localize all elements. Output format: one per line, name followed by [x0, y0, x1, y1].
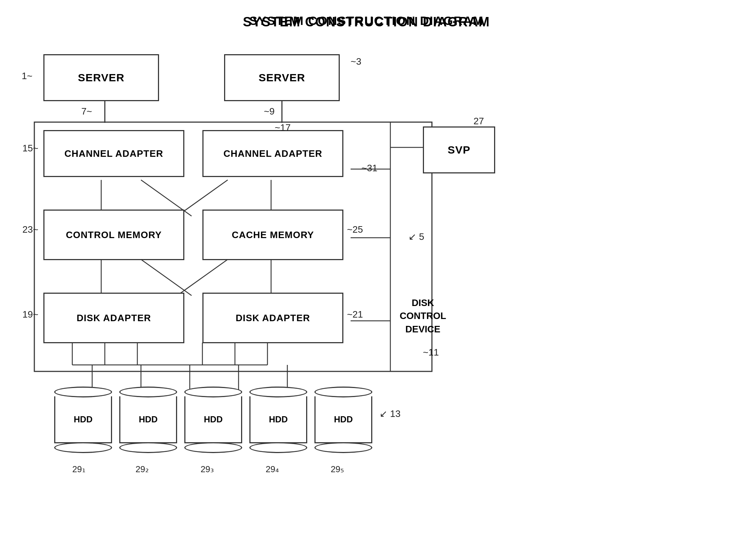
ref-13: ↙ 13 [380, 408, 400, 419]
ref-3: ~3 [351, 56, 361, 67]
ref-23: 23~ [22, 224, 38, 235]
server2-label: SERVER [259, 72, 305, 84]
channel-adapter1-label: CHANNEL ADAPTER [64, 148, 163, 159]
ref-21: ~21 [347, 309, 363, 320]
disk-adapter2-box: DISK ADAPTER [202, 293, 343, 343]
channel-adapter2-label: CHANNEL ADAPTER [223, 148, 322, 159]
ref-7: 7~ [81, 106, 92, 117]
ref-27: 27 [473, 116, 484, 127]
svp-label: SVP [447, 144, 470, 156]
server1-label: SERVER [78, 72, 125, 84]
hdd1-label: HDD [74, 414, 93, 425]
server1-box: SERVER [43, 54, 159, 101]
control-memory-label: CONTROL MEMORY [66, 229, 162, 241]
svg-line-8 [141, 259, 192, 296]
hdd4: HDD [249, 387, 307, 453]
ref-29-3: 29₃ [201, 464, 214, 474]
ref-29-2: 29₂ [136, 464, 149, 474]
ref-19: 19~ [22, 309, 38, 320]
hdd2-label: HDD [139, 414, 158, 425]
ref-31: ~31 [361, 163, 377, 174]
channel-adapter2-box: CHANNEL ADAPTER [202, 130, 343, 177]
ref-29-4: 29₄ [266, 464, 279, 474]
channel-adapter1-box: CHANNEL ADAPTER [43, 130, 184, 177]
disk-adapter2-label: DISK ADAPTER [236, 313, 310, 324]
control-memory-box: CONTROL MEMORY [43, 210, 184, 260]
ref-29-1: 29₁ [72, 464, 86, 474]
ref-29-5: 29₅ [331, 464, 344, 474]
page-title-text: SYSTEM CONSTRUCTION DIAGRAM [0, 14, 733, 28]
hdd3-label: HDD [204, 414, 223, 425]
server2-box: SERVER [224, 54, 340, 101]
ref-9: ~9 [264, 106, 275, 117]
ref-5: ↙ 5 [408, 231, 424, 242]
hdd2: HDD [119, 387, 177, 453]
cache-memory-box: CACHE MEMORY [202, 210, 343, 260]
ref-11: ~11 [423, 347, 439, 358]
disk-control-label: DISK CONTROL DEVICE [394, 296, 452, 336]
ref-17: ~17 [275, 122, 291, 133]
disk-adapter1-label: DISK ADAPTER [77, 313, 151, 324]
hdd5-label: HDD [334, 414, 353, 425]
hdd3: HDD [184, 387, 242, 453]
hdd4-label: HDD [269, 414, 288, 425]
svp-box: SVP [423, 126, 495, 173]
ref-1: 1~ [22, 70, 33, 82]
disk-adapter1-box: DISK ADAPTER [43, 293, 184, 343]
ref-25: ~25 [347, 224, 363, 235]
hdd1: HDD [54, 387, 112, 453]
svg-line-9 [177, 259, 228, 296]
ref-15: 15~ [22, 143, 38, 154]
cache-memory-label: CACHE MEMORY [232, 229, 314, 241]
diagram: SYSTEM CONSTRUCTION DIAGRAM [0, 0, 733, 560]
hdd5: HDD [314, 387, 372, 453]
